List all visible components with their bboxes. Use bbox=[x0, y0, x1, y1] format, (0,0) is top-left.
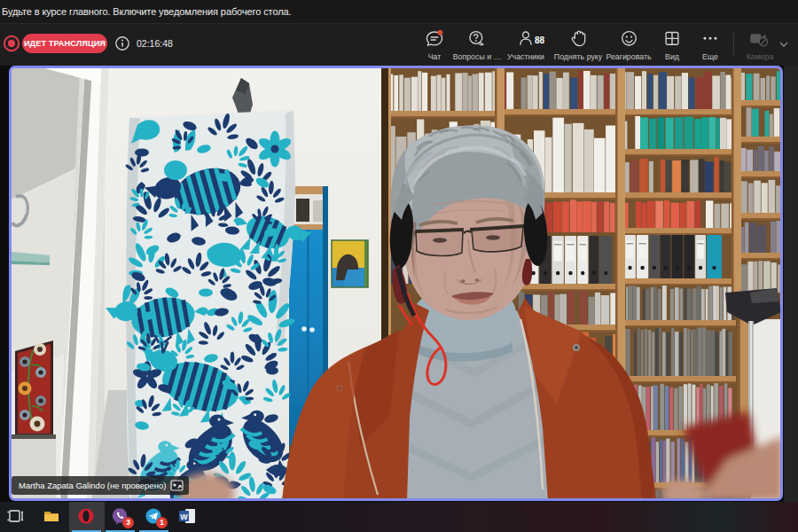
svg-text:W: W bbox=[180, 512, 188, 521]
